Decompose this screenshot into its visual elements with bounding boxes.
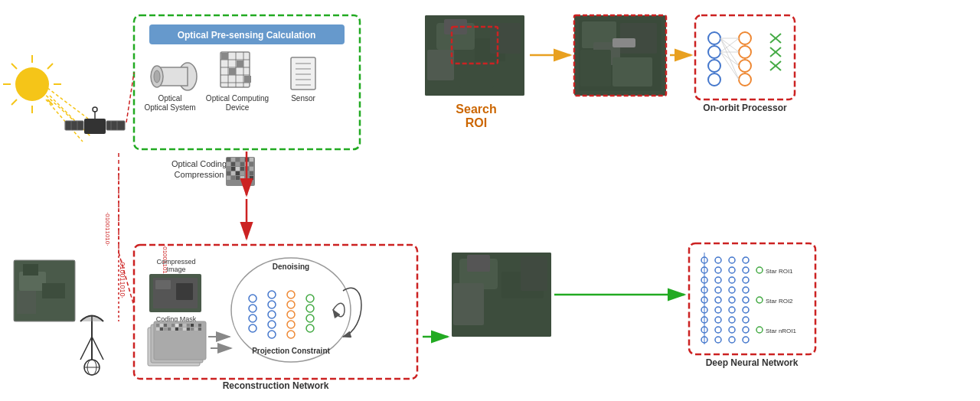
svg-rect-179 [486,298,524,331]
svg-point-202 [729,277,735,283]
svg-rect-112 [183,328,186,331]
computing-device-icon [220,52,251,87]
sun-rays-dashed-icon [42,88,90,142]
svg-point-191 [715,257,721,263]
optical-system-icon [151,63,197,90]
diagram-container: ·010011010· ·010011010· [0,0,980,401]
svg-rect-60 [227,158,230,161]
svg-rect-109 [172,328,175,331]
search-roi-label: Search [456,103,496,116]
svg-rect-52 [229,68,236,75]
svg-rect-66 [227,162,230,166]
svg-rect-53 [244,76,251,83]
svg-rect-78 [227,171,230,175]
svg-point-210 [743,267,749,273]
satellite-to-optical-line [126,73,134,122]
svg-point-136 [306,324,314,332]
svg-rect-62 [236,158,240,161]
svg-point-159 [739,73,751,86]
svg-rect-107 [164,328,167,331]
svg-point-158 [739,60,751,72]
svg-point-211 [743,277,749,283]
svg-line-172 [720,52,739,66]
svg-rect-85 [231,176,235,180]
svg-rect-74 [236,167,240,171]
svg-point-152 [708,32,720,44]
computing-device-label-1: Optical Computing [206,94,269,103]
svg-point-129 [287,301,295,308]
svg-rect-98 [175,324,178,327]
coding-mask-thumbnail-1 [154,321,206,360]
svg-rect-101 [187,324,190,327]
svg-rect-104 [198,324,201,327]
svg-line-5 [47,64,53,69]
svg-point-156 [739,32,751,44]
svg-rect-113 [187,328,190,331]
svg-rect-68 [236,162,240,166]
svg-line-6 [11,99,17,105]
svg-rect-97 [172,324,175,327]
svg-rect-89 [250,176,253,180]
ground-station-icon [80,315,103,375]
svg-rect-83 [250,171,253,175]
svg-point-214 [743,307,749,313]
svg-rect-87 [240,176,244,180]
denoising-diagram: Denoising [231,258,351,362]
svg-rect-92 [176,283,193,300]
svg-point-193 [715,277,721,283]
svg-rect-176 [467,255,490,272]
svg-text:Denoising: Denoising [273,262,309,271]
main-diagram: ·010011010· ·010011010· [0,0,980,401]
sensor-icon [291,57,315,90]
svg-text:Star ROI1: Star ROI1 [766,268,793,275]
svg-rect-178 [453,283,484,325]
svg-point-119 [249,295,256,302]
svg-point-199 [715,337,721,343]
svg-rect-102 [191,324,194,327]
svg-rect-103 [194,324,198,327]
svg-point-157 [739,46,751,58]
coding-compression-label-1: Optical Coding [172,159,227,168]
svg-text:Projection Constraint: Projection Constraint [252,347,330,355]
svg-rect-63 [240,158,244,161]
svg-point-196 [715,307,721,313]
svg-rect-151 [612,38,635,47]
svg-point-208 [729,337,735,343]
svg-point-128 [287,291,295,298]
svg-line-26 [92,337,103,360]
svg-rect-150 [612,57,652,86]
svg-point-125 [268,311,276,318]
svg-rect-111 [179,328,182,331]
compressed-image-label: Compressed [156,258,195,266]
svg-rect-80 [236,171,240,175]
svg-text:Optical System: Optical System [144,103,195,112]
svg-point-217 [743,337,749,343]
svg-point-120 [249,305,256,312]
optical-presensing-title: Optical Pre-sensing Calculation [178,30,316,41]
sun-icon [15,67,49,101]
compressed-image-label-2: Image [166,266,185,273]
svg-point-126 [268,321,276,328]
svg-rect-100 [183,324,186,327]
svg-rect-116 [198,328,201,331]
on-orbit-processor-title: On-orbit Processor [703,103,787,113]
svg-point-206 [729,317,735,323]
svg-point-220 [756,327,763,333]
svg-point-153 [708,46,720,58]
svg-rect-12 [84,119,106,134]
svg-rect-114 [191,328,194,331]
svg-rect-33 [23,264,38,275]
svg-rect-94 [160,324,163,327]
denoising-loop-arrow [343,288,361,337]
svg-point-154 [708,60,720,72]
svg-rect-93 [156,324,159,327]
svg-rect-143 [459,61,494,88]
svg-rect-77 [250,167,253,171]
svg-rect-35 [17,291,36,314]
svg-rect-50 [221,53,228,60]
svg-point-131 [287,321,295,328]
reconstruction-network-title: Reconstruction Network [223,380,329,391]
dnn-layers-icon: Star ROI1 Star ROI2 Star nROI1 [701,253,797,344]
svg-rect-34 [42,283,65,298]
svg-point-215 [743,317,749,323]
